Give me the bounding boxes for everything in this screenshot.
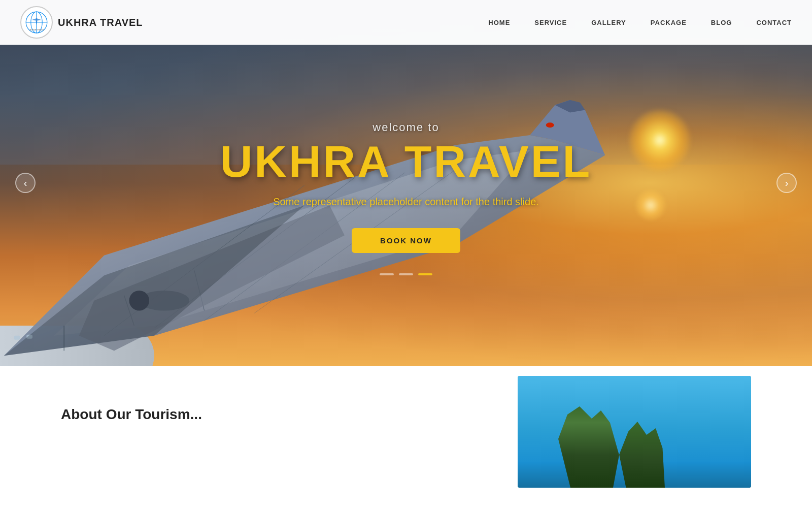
brand-name: UKHRA TRAVEL	[58, 17, 143, 28]
chevron-left-icon: ‹	[24, 177, 27, 189]
nav-item-package[interactable]: PACKAGE	[651, 18, 687, 27]
below-hero-section: About Our Tourism...	[0, 366, 812, 508]
nav-link-package[interactable]: PACKAGE	[651, 19, 687, 26]
hero-content: welcome to UKHRA TRAVEL Some representat…	[0, 0, 812, 366]
nav-item-home[interactable]: HOME	[488, 18, 510, 27]
book-now-button[interactable]: BOOK NOW	[352, 228, 460, 253]
nav-item-service[interactable]: SERVICE	[534, 18, 567, 27]
carousel-next-button[interactable]: ›	[776, 173, 797, 193]
nav-link-blog[interactable]: BLOG	[711, 19, 732, 26]
logo-circle: UKHRA TRAVEL	[20, 6, 53, 39]
carousel-dot-1[interactable]	[380, 273, 394, 275]
navbar: UKHRA TRAVEL UKHRA TRAVEL HOME SERVICE G…	[0, 0, 812, 45]
carousel-dots	[380, 273, 432, 275]
preview-image	[518, 376, 751, 488]
carousel-dot-2[interactable]	[399, 273, 413, 275]
nav-link-contact[interactable]: CONTACT	[756, 19, 792, 26]
nav-link-gallery[interactable]: GALLERY	[591, 19, 626, 26]
hero-subtitle: Some representative placeholder content …	[273, 196, 539, 208]
carousel-dot-3[interactable]	[418, 273, 432, 275]
logo-area: UKHRA TRAVEL UKHRA TRAVEL	[20, 6, 143, 39]
globe-icon: UKHRA TRAVEL	[24, 10, 49, 35]
svg-text:UKHRA TRAVEL: UKHRA TRAVEL	[29, 28, 45, 31]
nav-link-home[interactable]: HOME	[488, 19, 510, 26]
section-heading-text: About Our Tourism...	[61, 406, 202, 422]
nav-item-gallery[interactable]: GALLERY	[591, 18, 626, 27]
nav-link-service[interactable]: SERVICE	[534, 19, 567, 26]
hero-section: welcome to UKHRA TRAVEL Some representat…	[0, 0, 812, 366]
nav-item-blog[interactable]: BLOG	[711, 18, 732, 27]
nav-item-contact[interactable]: CONTACT	[756, 18, 792, 27]
nav-links: HOME SERVICE GALLERY PACKAGE BLOG CONTAC…	[488, 18, 792, 27]
welcome-text: welcome to	[373, 121, 439, 134]
carousel-prev-button[interactable]: ‹	[15, 173, 36, 193]
hero-title: UKHRA TRAVEL	[220, 139, 592, 184]
chevron-right-icon: ›	[785, 177, 789, 189]
